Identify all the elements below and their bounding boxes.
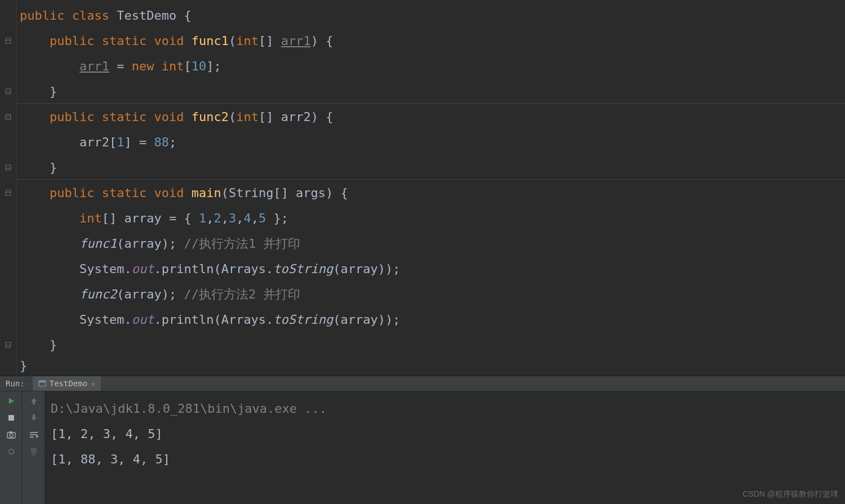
run-toolbar-left <box>0 391 23 504</box>
debug-icon[interactable] <box>6 447 16 457</box>
fold-icon[interactable] <box>0 155 16 180</box>
stop-icon[interactable] <box>6 413 16 423</box>
watermark: CSDN @程序猿教你打篮球 <box>742 489 838 499</box>
fold-icon[interactable] <box>0 104 16 130</box>
svg-point-4 <box>10 434 13 437</box>
arrow-down-icon[interactable] <box>29 413 39 423</box>
code-line: } <box>20 155 845 180</box>
svg-rect-2 <box>8 415 14 421</box>
code-line: } <box>20 79 845 104</box>
gutter <box>0 0 17 376</box>
fold-icon[interactable] <box>0 180 16 206</box>
code-line: } <box>20 332 845 358</box>
fold-icon[interactable] <box>0 28 16 53</box>
run-tab[interactable]: TestDemo ✕ <box>33 376 101 391</box>
fold-icon[interactable] <box>0 332 16 358</box>
fold-icon[interactable] <box>0 53 16 79</box>
code-line: public static void func2(int[] arr2) { <box>20 104 845 130</box>
svg-rect-5 <box>10 431 12 433</box>
console-command: D:\Java\jdk1.8.0_281\bin\java.exe ... <box>51 396 839 421</box>
code-line: System.out.println(Arrays.toString(array… <box>20 256 845 282</box>
code-line: arr1 = new int[10]; <box>20 53 845 79</box>
code-line: } <box>20 358 845 374</box>
console-line: [1, 2, 3, 4, 5] <box>51 421 839 447</box>
run-tab-label: TestDemo <box>50 379 87 388</box>
scroll-to-end-icon[interactable] <box>29 447 39 457</box>
code-line: arr2[1] = 88; <box>20 130 845 155</box>
code-line: func1(array); //执行方法1 并打印 <box>20 231 845 256</box>
code-line: System.out.println(Arrays.toString(array… <box>20 307 845 332</box>
code-line: public static void main(String[] args) { <box>20 180 845 206</box>
camera-icon[interactable] <box>6 430 16 440</box>
code-area[interactable]: public class TestDemo { public static vo… <box>17 0 845 376</box>
arrow-up-icon[interactable] <box>29 396 39 406</box>
run-icon[interactable] <box>6 396 16 406</box>
run-label: Run: <box>6 379 25 388</box>
application-icon <box>38 380 46 387</box>
code-editor[interactable]: public class TestDemo { public static vo… <box>0 0 845 376</box>
run-toolbar-nav <box>23 391 45 504</box>
fold-icon[interactable] <box>0 3 16 28</box>
console-output[interactable]: D:\Java\jdk1.8.0_281\bin\java.exe ... [1… <box>45 391 845 504</box>
code-line: public class TestDemo { <box>20 3 845 28</box>
soft-wrap-icon[interactable] <box>29 430 39 440</box>
svg-rect-1 <box>39 381 46 382</box>
run-header: Run: TestDemo ✕ <box>0 376 845 391</box>
close-icon[interactable]: ✕ <box>91 380 95 388</box>
code-line: public static void func1(int[] arr1) { <box>20 28 845 53</box>
code-line: int[] array = { 1,2,3,4,5 }; <box>20 206 845 231</box>
run-tool-window: Run: TestDemo ✕ D:\Java\jdk1.8.0_281\bin… <box>0 376 845 504</box>
console-line: [1, 88, 3, 4, 5] <box>51 447 839 472</box>
code-line: func2(array); //执行方法2 并打印 <box>20 282 845 307</box>
fold-icon[interactable] <box>0 79 16 104</box>
